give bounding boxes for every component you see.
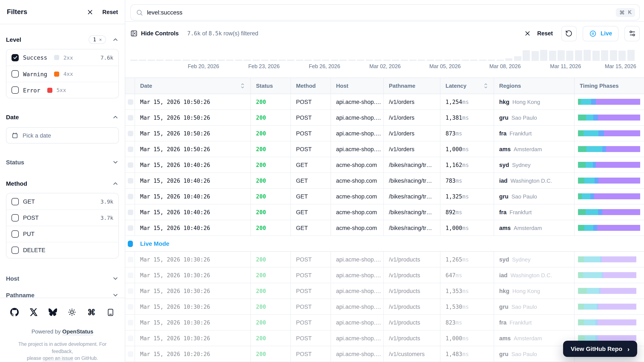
histogram-bar xyxy=(235,60,242,61)
github-icon[interactable] xyxy=(10,308,19,317)
method-section-header[interactable]: Method xyxy=(6,178,119,189)
command-icon[interactable]: ⌘ xyxy=(87,308,96,317)
x-social-icon[interactable] xyxy=(30,308,38,316)
date-section-header[interactable]: Date xyxy=(6,112,119,122)
timing-phases-cell xyxy=(574,94,644,110)
close-filters-icon[interactable] xyxy=(86,8,94,16)
view-settings-button[interactable] xyxy=(624,26,640,41)
open-issue-link[interactable]: open an issue xyxy=(42,356,73,361)
book-icon[interactable] xyxy=(106,308,114,316)
row-checkbox[interactable] xyxy=(128,178,133,183)
table-row[interactable]: Mar 15, 2026 10:40:26200GETacme-shop.com… xyxy=(125,173,644,189)
filters-reset-button[interactable]: Reset xyxy=(102,9,118,15)
chevron-down-icon[interactable] xyxy=(112,292,119,298)
sun-icon[interactable] xyxy=(68,308,76,317)
chevron-up-icon[interactable] xyxy=(112,114,119,120)
level-section-header[interactable]: Level 1 × xyxy=(6,34,119,45)
timing-phases-cell xyxy=(574,157,644,173)
checkbox[interactable] xyxy=(12,230,19,238)
chevron-up-icon[interactable] xyxy=(112,180,119,187)
view-github-repo-button[interactable]: View GitHub Repo › xyxy=(563,341,637,357)
toolbar-reset-button[interactable]: Reset xyxy=(537,30,553,37)
method-option-post[interactable]: POST3.7k xyxy=(6,210,118,226)
row-checkbox[interactable] xyxy=(128,115,133,120)
bluesky-icon[interactable] xyxy=(48,308,57,317)
date-cell: Mar 15, 2026 10:40:26 xyxy=(135,189,251,204)
timing-segment-3 xyxy=(606,146,640,152)
timing-phases-bar xyxy=(578,193,640,199)
histogram-bar xyxy=(610,50,617,61)
row-checkbox[interactable] xyxy=(128,320,133,325)
row-checkbox[interactable] xyxy=(128,225,133,230)
timing-segment-0 xyxy=(578,335,585,341)
timing-phases-bar xyxy=(578,335,636,341)
method-cell: GET xyxy=(291,157,331,173)
date-histogram[interactable] xyxy=(130,50,635,61)
pathname-section-header[interactable]: Pathname xyxy=(6,287,119,298)
search-input[interactable] xyxy=(147,9,612,16)
table-row[interactable]: Mar 15, 2026 10:30:26200POSTapi.acme-sho… xyxy=(125,283,644,299)
method-option-delete[interactable]: DELETE xyxy=(6,242,118,258)
checkbox[interactable] xyxy=(12,246,19,254)
refresh-button[interactable] xyxy=(561,26,577,41)
table-row[interactable]: Mar 15, 2026 10:30:26200POSTapi.acme-sho… xyxy=(125,252,644,268)
row-select-cell xyxy=(125,142,135,157)
timing-segment-2 xyxy=(598,209,602,215)
row-checkbox[interactable] xyxy=(128,162,133,168)
table-row[interactable]: Mar 15, 2026 10:50:26200POSTapi.acme-sho… xyxy=(125,142,644,157)
chevron-down-icon[interactable] xyxy=(112,159,119,166)
row-checkbox[interactable] xyxy=(128,194,133,199)
timing-phases-cell xyxy=(574,110,644,126)
status-section-header[interactable]: Status xyxy=(6,157,119,167)
method-option-get[interactable]: GET3.9k xyxy=(6,193,118,210)
level-filter-badge[interactable]: 1 × xyxy=(89,35,106,44)
row-checkbox[interactable] xyxy=(128,146,133,152)
table-row[interactable]: Mar 15, 2026 10:30:26200POSTapi.acme-sho… xyxy=(125,299,644,315)
chevron-up-icon[interactable] xyxy=(112,36,119,43)
checkbox[interactable] xyxy=(12,70,19,78)
chevron-down-icon[interactable] xyxy=(112,275,119,282)
row-checkbox[interactable] xyxy=(128,209,133,215)
table-row[interactable]: Mar 15, 2026 10:40:26200GETacme-shop.com… xyxy=(125,220,644,236)
row-checkbox[interactable] xyxy=(128,130,133,136)
panel-left-close-icon xyxy=(130,30,138,37)
sort-icon[interactable] xyxy=(240,82,245,89)
sort-icon[interactable] xyxy=(483,82,488,89)
row-checkbox[interactable] xyxy=(128,304,133,310)
level-option-success[interactable]: Success2xx7.6k xyxy=(6,50,118,66)
row-checkbox[interactable] xyxy=(128,256,133,262)
column-header-date[interactable]: Date xyxy=(135,78,251,94)
clear-filters-icon[interactable] xyxy=(524,30,531,37)
host-section-header[interactable]: Host xyxy=(6,270,119,286)
live-mode-row[interactable]: Live Mode xyxy=(125,236,644,252)
checkbox[interactable] xyxy=(12,86,19,94)
row-select-cell xyxy=(125,126,135,142)
openstatus-link[interactable]: OpenStatus xyxy=(62,328,93,335)
checkbox[interactable] xyxy=(12,54,19,61)
column-header-latency[interactable]: Latency xyxy=(440,78,494,94)
search-box[interactable]: ⌘ K xyxy=(130,4,640,20)
checkbox[interactable] xyxy=(12,198,19,205)
level-badge-clear-icon[interactable]: × xyxy=(99,37,102,42)
row-checkbox[interactable] xyxy=(128,99,133,104)
table-row[interactable]: Mar 15, 2026 10:30:26200POSTapi.acme-sho… xyxy=(125,315,644,330)
table-row[interactable]: Mar 15, 2026 10:50:26200POSTapi.acme-sho… xyxy=(125,94,644,110)
checkbox[interactable] xyxy=(12,214,19,222)
timing-phases-cell xyxy=(574,126,644,142)
row-checkbox[interactable] xyxy=(128,336,133,341)
table-row[interactable]: Mar 15, 2026 10:40:26200GETacme-shop.com… xyxy=(125,189,644,204)
row-checkbox[interactable] xyxy=(128,288,133,294)
level-option-warning[interactable]: Warning4xx xyxy=(6,66,118,82)
hide-controls-button[interactable]: Hide Controls xyxy=(130,30,179,37)
date-picker-input[interactable]: Pick a date xyxy=(6,127,119,144)
method-option-put[interactable]: PUT xyxy=(6,226,118,242)
table-row[interactable]: Mar 15, 2026 10:50:26200POSTapi.acme-sho… xyxy=(125,110,644,126)
table-row[interactable]: Mar 15, 2026 10:50:26200POSTapi.acme-sho… xyxy=(125,126,644,142)
table-row[interactable]: Mar 15, 2026 10:40:26200GETacme-shop.com… xyxy=(125,157,644,173)
live-toggle-button[interactable]: Live xyxy=(583,26,618,41)
row-checkbox[interactable] xyxy=(128,351,133,357)
table-row[interactable]: Mar 15, 2026 10:30:26200POSTapi.acme-sho… xyxy=(125,268,644,283)
row-checkbox[interactable] xyxy=(128,272,133,278)
level-option-error[interactable]: Error5xx xyxy=(6,82,118,98)
table-row[interactable]: Mar 15, 2026 10:40:26200GETacme-shop.com… xyxy=(125,204,644,220)
